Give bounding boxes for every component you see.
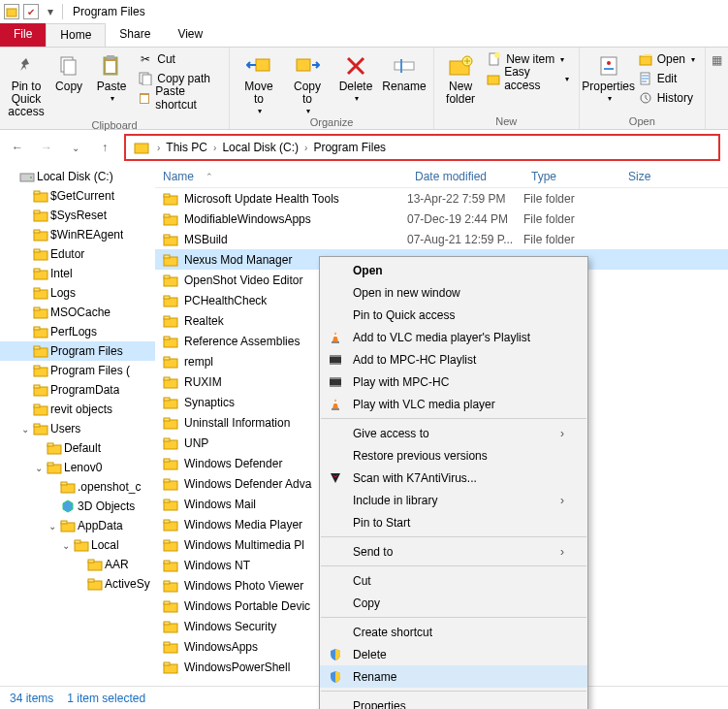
context-item[interactable]: Pin to Start [320, 511, 587, 533]
context-item[interactable]: Scan with K7AntiVirus... [320, 467, 587, 489]
context-item[interactable]: Add to MPC-HC Playlist [320, 348, 587, 371]
crumb-local-disk[interactable]: Local Disk (C:) [222, 141, 299, 154]
tree-node[interactable]: PerfLogs [0, 322, 155, 341]
tree-node[interactable]: ⌄Users [0, 419, 155, 438]
tree-node[interactable]: ProgramData [0, 380, 155, 400]
folder-icon [33, 209, 48, 222]
tree-label: $GetCurrent [50, 189, 114, 203]
copy-to-button[interactable]: Copy to▾ [284, 49, 331, 116]
tree-node[interactable]: ⌄Local [0, 535, 155, 555]
file-row[interactable]: MSBuild07-Aug-21 12:59 P...File folder [155, 229, 728, 249]
context-item[interactable]: Send to› [320, 540, 587, 563]
tree-node[interactable]: $WinREAgent [0, 225, 155, 244]
context-item[interactable]: Restore previous versions [320, 444, 587, 467]
tree-label: 3D Objects [78, 500, 135, 513]
pin-to-quick-access-button[interactable]: Pin to Quick access [6, 49, 47, 119]
forward-button[interactable]: → [37, 138, 56, 157]
cut-button[interactable]: ✂Cut [134, 49, 223, 69]
context-item[interactable]: Create shortcut [320, 621, 587, 643]
crumb-program-files[interactable]: Program Files [313, 141, 386, 154]
open-button[interactable]: Open▾ [634, 49, 699, 69]
nav-tree[interactable]: Local Disk (C:)$GetCurrent$SysReset$WinR… [0, 165, 155, 686]
file-name: MSBuild [184, 233, 228, 246]
context-item[interactable]: Pin to Quick access [320, 304, 587, 326]
crumb-this-pc[interactable]: This PC [166, 141, 207, 154]
rename-button[interactable]: Rename [381, 49, 427, 93]
qat-checkbox[interactable]: ✔ [23, 4, 39, 19]
delete-button[interactable]: Delete▾ [332, 49, 379, 104]
tab-share[interactable]: Share [106, 23, 164, 47]
context-item[interactable]: Cut [320, 569, 587, 592]
tree-node[interactable]: .openshot_c [0, 477, 155, 497]
col-date[interactable]: Date modified [407, 170, 523, 183]
svg-rect-51 [34, 404, 40, 407]
tree-node[interactable]: Program Files ( [0, 361, 155, 380]
folder-icon [163, 457, 178, 470]
context-item[interactable]: Open [320, 259, 587, 281]
context-item[interactable]: Open in new window [320, 281, 587, 304]
paste-button[interactable]: Paste▾ [91, 49, 132, 104]
col-size[interactable]: Size [620, 170, 658, 183]
svg-rect-12 [395, 62, 414, 70]
tree-node[interactable]: AAR [0, 555, 155, 574]
tree-node[interactable]: MSOCache [0, 303, 155, 322]
tree-node[interactable]: ActiveSy [0, 574, 155, 594]
tree-node[interactable]: Edutor [0, 244, 155, 264]
context-item[interactable]: Play with VLC media player [320, 393, 587, 415]
paste-shortcut-button[interactable]: Paste shortcut [134, 88, 223, 108]
qat-dropdown[interactable]: ▾ [43, 4, 58, 19]
mpc-icon [326, 353, 345, 367]
tree-node[interactable]: revit objects [0, 400, 155, 419]
col-name[interactable]: Name [163, 170, 194, 183]
history-button[interactable]: History [634, 88, 699, 108]
tree-label: MSOCache [50, 306, 111, 319]
tab-home[interactable]: Home [46, 23, 106, 47]
new-folder-button[interactable]: New folder [440, 49, 481, 106]
tree-node[interactable]: $SysReset [0, 206, 155, 225]
tree-node[interactable]: Intel [0, 264, 155, 283]
up-button[interactable]: ↑ [95, 138, 114, 157]
tree-node[interactable]: Program Files [0, 341, 155, 361]
context-item[interactable]: Properties [320, 694, 587, 709]
file-name: Windows Photo Viewer [184, 579, 303, 593]
tab-file[interactable]: File [0, 23, 46, 47]
context-item[interactable]: Copy [320, 592, 587, 614]
context-item[interactable]: Add to VLC media player's Playlist [320, 326, 587, 348]
tree-node[interactable]: Default [0, 438, 155, 458]
tree-label: PerfLogs [50, 325, 97, 338]
tree-node[interactable]: ⌄Lenov0 [0, 458, 155, 477]
context-item[interactable]: Include in library› [320, 489, 587, 511]
col-type[interactable]: Type [523, 170, 620, 183]
select-grid-icon[interactable]: ▦ [712, 53, 722, 67]
file-row[interactable]: Microsoft Update Health Tools13-Apr-22 7… [155, 188, 728, 209]
column-headers[interactable]: Name⌃ Date modified Type Size [155, 165, 728, 188]
context-menu[interactable]: OpenOpen in new windowPin to Quick acces… [319, 256, 588, 709]
context-item[interactable]: Delete [320, 643, 587, 665]
qat-icon[interactable] [4, 4, 19, 19]
tab-view[interactable]: View [164, 23, 216, 47]
easy-access-button[interactable]: Easy access▾ [483, 69, 572, 88]
move-to-button[interactable]: Move to▾ [236, 49, 282, 116]
edit-button[interactable]: Edit [634, 69, 699, 88]
context-label: Rename [353, 670, 564, 684]
folder-icon [33, 422, 48, 435]
tree-node[interactable]: 3D Objects [0, 497, 155, 516]
file-name: Windows Defender [184, 457, 282, 470]
svg-rect-49 [34, 385, 40, 388]
context-item[interactable]: Rename [320, 665, 587, 688]
context-item[interactable]: Play with MPC-HC [320, 371, 587, 393]
k7-icon [326, 471, 345, 485]
copy-button[interactable]: Copy [48, 49, 89, 93]
tree-node[interactable]: $GetCurrent [0, 186, 155, 206]
ribbon-group-organize: Move to▾ Copy to▾ Delete▾ Rename Organiz… [230, 48, 434, 129]
tree-node[interactable]: Local Disk (C:) [0, 167, 155, 186]
properties-button[interactable]: Properties▾ [586, 49, 632, 104]
back-button[interactable]: ← [8, 138, 27, 157]
svg-rect-101 [164, 520, 170, 523]
recent-dropdown[interactable]: ⌄ [66, 138, 85, 157]
tree-node[interactable]: Logs [0, 283, 155, 303]
context-item[interactable]: Give access to› [320, 422, 587, 444]
breadcrumb[interactable]: › This PC › Local Disk (C:) › Program Fi… [124, 134, 720, 161]
tree-node[interactable]: ⌄AppData [0, 516, 155, 535]
file-row[interactable]: ModifiableWindowsApps07-Dec-19 2:44 PMFi… [155, 209, 728, 229]
